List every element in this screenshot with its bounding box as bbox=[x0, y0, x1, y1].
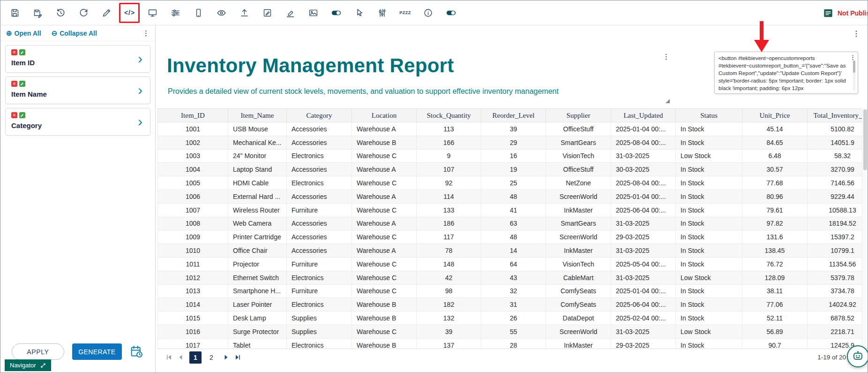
table-cell: InkMaster bbox=[546, 338, 611, 349]
table-cell: HDMI Cable bbox=[228, 176, 287, 190]
schedule-icon[interactable] bbox=[130, 344, 144, 360]
page-button-2[interactable]: 2 bbox=[205, 351, 217, 364]
publish-icon[interactable] bbox=[233, 2, 256, 23]
last-page-button[interactable] bbox=[235, 354, 241, 360]
remove-parameter-icon[interactable]: × bbox=[11, 49, 17, 55]
edit-report-icon[interactable] bbox=[256, 2, 279, 23]
preview-toggle[interactable] bbox=[440, 2, 463, 23]
mobile-view-icon[interactable] bbox=[187, 2, 210, 23]
chevron-right-icon[interactable]: › bbox=[138, 51, 142, 65]
canvas-menu-icon[interactable]: ⋮ bbox=[853, 29, 860, 38]
code-icon[interactable]: </> bbox=[118, 2, 141, 23]
highlighter-icon[interactable] bbox=[279, 2, 302, 23]
refresh-icon[interactable] bbox=[72, 2, 95, 23]
column-header[interactable]: Supplier bbox=[546, 109, 611, 122]
parameter-card[interactable]: ×Category› bbox=[5, 108, 150, 136]
navigator-badge[interactable]: Navigator bbox=[5, 359, 51, 371]
page-range-label: 1-19 of 20 bbox=[817, 354, 846, 361]
image-icon[interactable] bbox=[302, 2, 325, 23]
sliders-icon[interactable] bbox=[164, 2, 187, 23]
pointer-icon[interactable] bbox=[348, 2, 371, 23]
table-cell: 42 bbox=[417, 271, 481, 284]
column-header[interactable]: Reorder_Level bbox=[481, 109, 546, 122]
rename-icon[interactable] bbox=[95, 2, 118, 23]
grid-scrollbar-thumb[interactable] bbox=[863, 109, 867, 170]
table-cell: 31 bbox=[481, 298, 546, 312]
table-cell: USB Mouse bbox=[228, 122, 287, 136]
apply-button[interactable]: APPLY bbox=[12, 343, 64, 360]
table-cell: 10588.13 bbox=[808, 203, 863, 217]
table-row: 1013Smartphone H...FurnitureWarehouse C9… bbox=[158, 284, 863, 298]
column-header[interactable]: Unit_Price bbox=[742, 109, 808, 122]
table-cell: 2025-02-04 00:... bbox=[611, 312, 676, 325]
open-all-button[interactable]: ⊕Open All bbox=[6, 29, 41, 38]
column-header[interactable]: Category bbox=[287, 109, 352, 122]
table-cell: 77.68 bbox=[742, 176, 808, 190]
table-cell: 114 bbox=[417, 190, 481, 203]
table-cell: 55 bbox=[481, 325, 546, 338]
table-cell: 78 bbox=[417, 244, 481, 258]
table-cell: 7146.56 bbox=[808, 176, 863, 190]
sidebar-menu-icon[interactable]: ⋮ bbox=[142, 29, 150, 38]
table-cell: 138.45 bbox=[742, 244, 808, 258]
edit-parameter-icon[interactable] bbox=[19, 81, 25, 87]
preview-icon[interactable] bbox=[210, 2, 233, 23]
collapse-all-button[interactable]: ⊖Collapse All bbox=[52, 29, 97, 38]
table-cell: 58.32 bbox=[808, 149, 863, 163]
title-menu-icon[interactable]: ⋮ bbox=[663, 53, 670, 61]
tooltip-scrollbar-thumb[interactable] bbox=[853, 61, 855, 73]
save-icon[interactable] bbox=[3, 2, 26, 23]
column-header[interactable]: Item_ID bbox=[158, 109, 228, 122]
sidebar-header: ⊕Open All ⊖Collapse All ⋮ bbox=[0, 25, 155, 41]
remove-parameter-icon[interactable]: × bbox=[11, 112, 17, 118]
generate-button[interactable]: GENERATE bbox=[72, 343, 122, 360]
table-cell: 25 bbox=[481, 176, 546, 190]
info-icon[interactable] bbox=[417, 2, 440, 23]
next-page-button[interactable] bbox=[223, 354, 229, 360]
first-page-button[interactable] bbox=[166, 354, 172, 360]
edit-parameter-icon[interactable] bbox=[19, 112, 25, 118]
grid-scrollbar[interactable] bbox=[862, 108, 868, 349]
resize-handle-icon[interactable] bbox=[666, 99, 670, 103]
published-report-icon[interactable] bbox=[823, 8, 833, 18]
data-toggle[interactable] bbox=[325, 2, 348, 23]
table-cell: Accessories bbox=[287, 190, 352, 203]
collapse-all-label: Collapse All bbox=[60, 30, 97, 37]
table-cell: 2025-08-04 00:... bbox=[611, 176, 676, 190]
report-title: Inventory Management Report bbox=[167, 54, 454, 77]
edit-parameter-icon[interactable] bbox=[19, 49, 25, 55]
table-cell: 14024.92 bbox=[808, 298, 863, 312]
table-cell: Warehouse C bbox=[352, 284, 417, 298]
column-header[interactable]: Status bbox=[676, 109, 742, 122]
chatbot-button[interactable] bbox=[847, 345, 868, 367]
table-cell: 2025-08-04 00:... bbox=[611, 136, 676, 149]
chevron-right-icon[interactable]: › bbox=[138, 83, 142, 97]
table-cell: 52.11 bbox=[742, 312, 808, 325]
page-button-1[interactable]: 1 bbox=[189, 351, 202, 364]
table-cell: 76.72 bbox=[742, 257, 808, 271]
equalizer-icon[interactable] bbox=[371, 2, 394, 23]
table-cell: 64 bbox=[481, 257, 546, 271]
chevron-right-icon[interactable]: › bbox=[138, 114, 142, 128]
save-as-icon[interactable] bbox=[26, 2, 49, 23]
table-cell: 9 bbox=[417, 149, 481, 163]
table-cell: Laptop Stand bbox=[228, 163, 287, 176]
table-cell: 182 bbox=[417, 298, 481, 312]
remove-parameter-icon[interactable]: × bbox=[11, 81, 17, 87]
table-cell: 28 bbox=[481, 338, 546, 349]
column-header[interactable]: Total_Inventory_V... bbox=[808, 109, 863, 122]
column-header[interactable]: Stock_Quantity bbox=[417, 109, 481, 122]
parameter-card[interactable]: ×Item ID› bbox=[5, 45, 150, 73]
parameter-card[interactable]: ×Item Name› bbox=[5, 76, 150, 104]
robot-icon bbox=[852, 350, 864, 363]
tooltip-scrollbar[interactable] bbox=[853, 61, 855, 91]
column-header[interactable]: Item_Name bbox=[228, 109, 287, 122]
snooze-icon[interactable]: PZZZ bbox=[394, 2, 417, 23]
column-header[interactable]: Last_Updated bbox=[611, 109, 676, 122]
desktop-view-icon[interactable] bbox=[141, 2, 164, 23]
prev-page-button[interactable] bbox=[178, 354, 184, 360]
inventory-table: Item_IDItem_NameCategoryLocationStock_Qu… bbox=[157, 108, 863, 349]
history-icon[interactable] bbox=[49, 2, 72, 23]
table-cell: 10799.1 bbox=[808, 244, 863, 258]
column-header[interactable]: Location bbox=[352, 109, 417, 122]
